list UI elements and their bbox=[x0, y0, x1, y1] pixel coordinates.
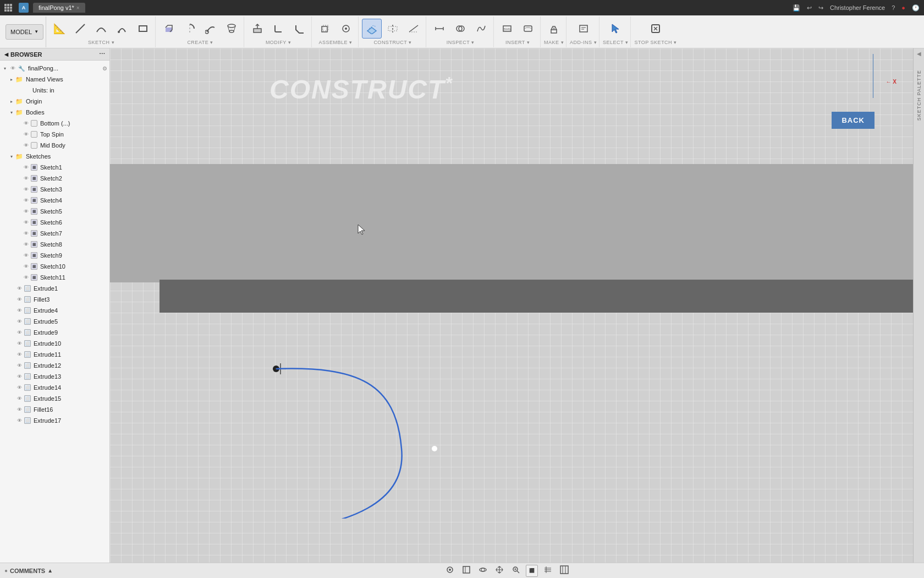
eye-icon-extrude9[interactable]: 👁 bbox=[15, 329, 23, 336]
eye-icon-fillet16[interactable]: 👁 bbox=[15, 406, 23, 413]
eye-icon-sketch1[interactable]: 👁 bbox=[22, 163, 30, 171]
tree-item-extrude10[interactable]: 👁⬜Extrude10 bbox=[0, 338, 109, 349]
select-button[interactable] bbox=[606, 19, 625, 39]
eye-icon-sketch6[interactable]: 👁 bbox=[22, 219, 30, 226]
grid-settings-button[interactable] bbox=[541, 564, 554, 577]
eye-icon-extrude15[interactable]: 👁 bbox=[15, 395, 23, 402]
3dprint-button[interactable] bbox=[544, 19, 564, 39]
camera-menu-button[interactable] bbox=[443, 564, 457, 577]
midplane-button[interactable] bbox=[383, 19, 403, 39]
chamfer-button[interactable] bbox=[289, 19, 309, 39]
eye-icon-bottom[interactable]: 👁 bbox=[22, 119, 30, 127]
fit-screen-button[interactable] bbox=[460, 564, 473, 577]
eye-icon-extrude4[interactable]: 👁 bbox=[15, 307, 23, 314]
tree-item-extrude14[interactable]: 👁⬜Extrude14 bbox=[0, 382, 109, 393]
eye-icon-extrude5[interactable]: 👁 bbox=[15, 318, 23, 325]
eye-icon-extrude12[interactable]: 👁 bbox=[15, 362, 23, 369]
press-pull-button[interactable] bbox=[248, 19, 267, 39]
eye-icon-sketch5[interactable]: 👁 bbox=[22, 208, 30, 215]
back-button[interactable]: BACK bbox=[832, 112, 875, 129]
tree-item-bodies[interactable]: ▾📁Bodies bbox=[0, 107, 109, 118]
tree-item-mid-body[interactable]: 👁Mid Body bbox=[0, 140, 109, 151]
scripts-button[interactable] bbox=[574, 19, 593, 39]
create-sketch-button[interactable]: 📐 bbox=[50, 19, 69, 39]
curvature-button[interactable] bbox=[471, 19, 491, 39]
tree-item-extrude9[interactable]: 👁⬜Extrude9 bbox=[0, 327, 109, 338]
tree-item-extrude1[interactable]: 👁⬜Extrude1 bbox=[0, 283, 109, 294]
tree-item-extrude5[interactable]: 👁⬜Extrude5 bbox=[0, 316, 109, 327]
model-dropdown[interactable]: MODEL ▼ bbox=[6, 24, 43, 40]
tree-item-sketch2[interactable]: 👁▦Sketch2 bbox=[0, 173, 109, 184]
eye-icon-extrude17[interactable]: 👁 bbox=[15, 417, 23, 424]
palette-collapse-arrow[interactable]: ◀ bbox=[917, 51, 921, 57]
eye-icon-sketch4[interactable]: 👁 bbox=[22, 197, 30, 204]
eye-icon-root[interactable]: 👁 bbox=[9, 64, 16, 72]
joint-button[interactable] bbox=[336, 19, 356, 39]
rectangle-button[interactable] bbox=[133, 19, 153, 39]
eye-icon-extrude10[interactable]: 👁 bbox=[15, 340, 23, 347]
tree-item-units[interactable]: Units: in bbox=[0, 85, 109, 96]
orbit-button[interactable] bbox=[476, 564, 490, 577]
settings-icon-root[interactable]: ⚙ bbox=[102, 66, 107, 72]
tree-item-sketches[interactable]: ▾📁Sketches bbox=[0, 151, 109, 162]
browser-settings-icon[interactable]: ⋯ bbox=[99, 51, 105, 58]
eye-icon-extrude14[interactable]: 👁 bbox=[15, 384, 23, 391]
new-component-button[interactable] bbox=[315, 19, 335, 39]
tree-item-extrude12[interactable]: 👁⬜Extrude12 bbox=[0, 360, 109, 371]
undo-icon[interactable]: ↩ bbox=[807, 4, 812, 12]
eye-icon-sketch7[interactable]: 👁 bbox=[22, 230, 30, 237]
tree-item-origin[interactable]: ▸📁Origin bbox=[0, 96, 109, 107]
eye-icon-sketch9[interactable]: 👁 bbox=[22, 252, 30, 259]
decal-button[interactable] bbox=[518, 19, 538, 39]
plane-angle-button[interactable] bbox=[404, 19, 424, 39]
tree-item-extrude11[interactable]: 👁⬜Extrude11 bbox=[0, 349, 109, 360]
eye-icon-sketch11[interactable]: 👁 bbox=[22, 274, 30, 281]
tree-item-sketch5[interactable]: 👁▦Sketch5 bbox=[0, 206, 109, 217]
tree-item-extrude15[interactable]: 👁⬜Extrude15 bbox=[0, 393, 109, 404]
tree-item-extrude17[interactable]: 👁⬜Extrude17 bbox=[0, 415, 109, 426]
tree-item-fillet3[interactable]: 👁⬜Fillet3 bbox=[0, 294, 109, 305]
arc-connected-button[interactable] bbox=[91, 19, 111, 39]
tree-item-top-spin[interactable]: 👁Top Spin bbox=[0, 129, 109, 140]
loft-button[interactable] bbox=[222, 19, 241, 39]
fillet-button[interactable] bbox=[268, 19, 288, 39]
eye-icon-sketch3[interactable]: 👁 bbox=[22, 186, 30, 193]
arc-button[interactable] bbox=[112, 19, 132, 39]
tree-item-sketch1[interactable]: 👁▦Sketch1 bbox=[0, 162, 109, 173]
line-button[interactable] bbox=[70, 19, 90, 39]
tree-item-named-views[interactable]: ▸📁Named Views bbox=[0, 74, 109, 85]
eye-icon-extrude1[interactable]: 👁 bbox=[15, 285, 23, 292]
zoom-button[interactable] bbox=[509, 564, 522, 577]
tree-item-sketch10[interactable]: 👁▦Sketch10 bbox=[0, 261, 109, 272]
tree-item-sketch6[interactable]: 👁▦Sketch6 bbox=[0, 217, 109, 228]
eye-icon-fillet3[interactable]: 👁 bbox=[15, 296, 23, 303]
help-icon[interactable]: ? bbox=[892, 4, 895, 11]
tree-item-sketch9[interactable]: 👁▦Sketch9 bbox=[0, 250, 109, 261]
viewport[interactable]: CONSTRUCT* ← X BACK bbox=[110, 48, 913, 563]
revolve-button[interactable] bbox=[180, 19, 200, 39]
extrude-button[interactable] bbox=[159, 19, 179, 39]
tree-item-extrude4[interactable]: 👁⬜Extrude4 bbox=[0, 305, 109, 316]
tree-item-sketch4[interactable]: 👁▦Sketch4 bbox=[0, 195, 109, 206]
insert-svg-button[interactable]: SVG bbox=[497, 19, 517, 39]
tree-item-bottom[interactable]: 👁Bottom (...) bbox=[0, 118, 109, 129]
tree-item-sketch7[interactable]: 👁▦Sketch7 bbox=[0, 228, 109, 239]
tree-item-sketch3[interactable]: 👁▦Sketch3 bbox=[0, 184, 109, 195]
tab-close-button[interactable]: × bbox=[76, 5, 80, 11]
save-icon[interactable]: 💾 bbox=[793, 4, 800, 12]
tree-item-root[interactable]: ▾👁🔧finalPong...⚙ bbox=[0, 63, 109, 74]
display-settings-button[interactable] bbox=[558, 564, 571, 577]
measure-button[interactable] bbox=[430, 19, 449, 39]
eye-icon-mid-body[interactable]: 👁 bbox=[22, 141, 30, 149]
eye-icon-top-spin[interactable]: 👁 bbox=[22, 130, 30, 138]
eye-icon-extrude13[interactable]: 👁 bbox=[15, 373, 23, 380]
pan-button[interactable] bbox=[493, 564, 506, 577]
redo-icon[interactable]: ↪ bbox=[818, 4, 823, 12]
tree-item-sketch11[interactable]: 👁▦Sketch11 bbox=[0, 272, 109, 283]
tree-item-extrude13[interactable]: 👁⬜Extrude13 bbox=[0, 371, 109, 382]
active-tab[interactable]: finalPong v1* × bbox=[33, 3, 85, 13]
offset-plane-button[interactable] bbox=[362, 19, 382, 39]
eye-icon-sketch10[interactable]: 👁 bbox=[22, 263, 30, 270]
eye-icon-sketch8[interactable]: 👁 bbox=[22, 241, 30, 248]
eye-icon-sketch2[interactable]: 👁 bbox=[22, 175, 30, 182]
